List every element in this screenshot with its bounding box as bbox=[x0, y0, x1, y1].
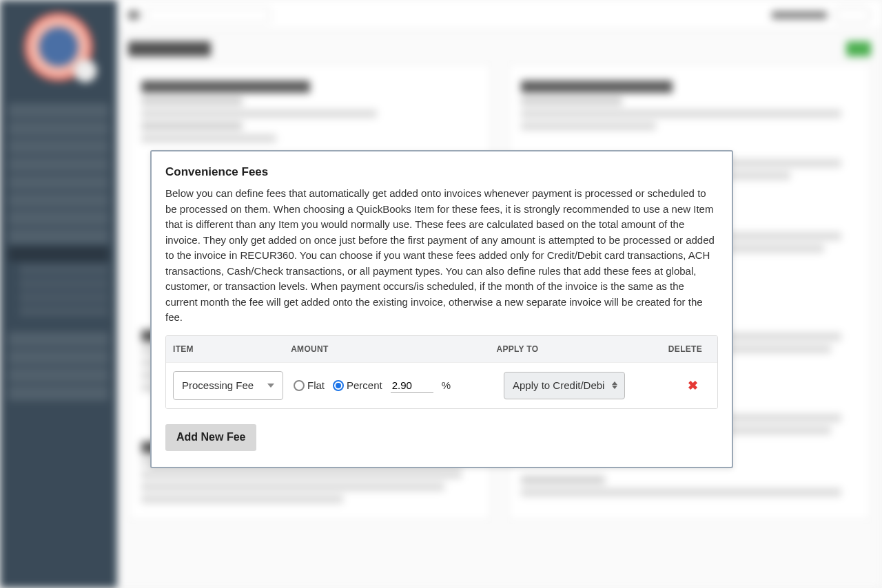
flat-radio[interactable]: Flat bbox=[294, 379, 325, 391]
apply-to-value: Apply to Credit/Debi bbox=[513, 379, 604, 391]
radio-icon bbox=[333, 380, 344, 391]
col-amount: AMOUNT bbox=[291, 344, 496, 354]
fees-table: ITEM AMOUNT APPLY TO DELETE Processing F… bbox=[165, 335, 718, 409]
delete-fee-button[interactable]: ✖ bbox=[688, 378, 698, 393]
col-apply: APPLY TO bbox=[496, 344, 668, 354]
item-select-value: Processing Fee bbox=[182, 379, 254, 391]
amount-input[interactable] bbox=[391, 378, 433, 393]
col-item: ITEM bbox=[173, 344, 291, 354]
flat-label: Flat bbox=[307, 379, 325, 391]
modal-title: Convenience Fees bbox=[165, 165, 718, 179]
add-new-fee-button[interactable]: Add New Fee bbox=[165, 424, 256, 450]
percent-radio[interactable]: Percent bbox=[333, 379, 382, 391]
col-delete: DELETE bbox=[668, 344, 710, 354]
percent-label: Percent bbox=[347, 379, 382, 391]
item-select[interactable]: Processing Fee bbox=[173, 371, 283, 400]
select-stepper-icon bbox=[612, 381, 617, 389]
fee-row: Processing Fee Flat Percent % bbox=[166, 362, 717, 408]
percent-symbol: % bbox=[442, 379, 451, 391]
chevron-down-icon bbox=[267, 384, 274, 388]
modal-description: Below you can define fees that automatic… bbox=[165, 186, 718, 326]
convenience-fees-modal: Convenience Fees Below you can define fe… bbox=[150, 150, 733, 468]
fees-table-header: ITEM AMOUNT APPLY TO DELETE bbox=[166, 336, 717, 362]
radio-icon bbox=[294, 380, 305, 391]
apply-to-select[interactable]: Apply to Credit/Debi bbox=[504, 372, 625, 399]
